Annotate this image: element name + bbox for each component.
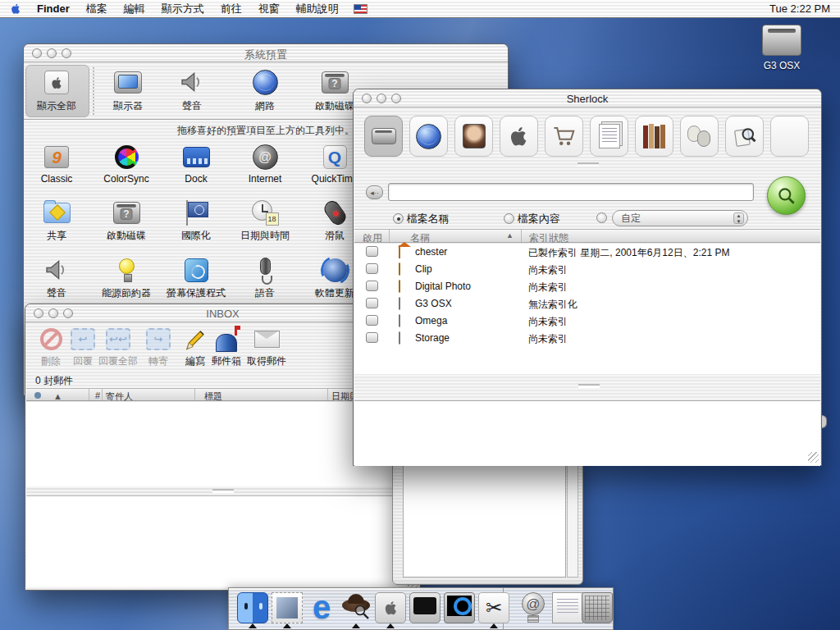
radio-selected-icon — [393, 213, 404, 224]
custom-select[interactable]: 自定▲▼ — [612, 210, 748, 226]
dock-sherlock-icon[interactable] — [340, 592, 372, 623]
dock-trash-icon[interactable] — [582, 592, 613, 623]
dock-grab-icon[interactable]: ✂ — [478, 592, 509, 623]
pref-date-time[interactable]: 18 日期與時間 — [231, 197, 299, 243]
dock-displays-icon[interactable] — [409, 592, 441, 623]
volume-row[interactable]: Digital Photo 尚未索引 — [354, 278, 820, 295]
keyboard-layout-flag-icon[interactable] — [354, 4, 368, 14]
number-column[interactable]: # — [95, 390, 100, 400]
pref-screen-saver[interactable]: 螢幕保護程式 — [162, 254, 231, 300]
dock-icon — [183, 147, 210, 167]
radio-custom[interactable] — [596, 212, 607, 224]
volume-row[interactable]: G3 OSX 無法索引化 — [354, 295, 820, 313]
channel-files[interactable] — [364, 116, 403, 157]
pref-classic[interactable]: 9 Classic — [22, 141, 91, 185]
menu-view[interactable]: 顯示方式 — [153, 0, 212, 18]
search-input[interactable] — [388, 183, 754, 201]
hard-disk-icon — [399, 331, 400, 345]
radio-file-names[interactable]: 檔案名稱 — [393, 212, 450, 226]
menu-help[interactable]: 輔助說明 — [288, 0, 347, 18]
sherlock-titlebar[interactable]: Sherlock — [354, 89, 821, 107]
enable-checkbox[interactable] — [366, 298, 378, 308]
pref-sharing[interactable]: 共享 — [22, 197, 91, 243]
channel-entertainment[interactable] — [680, 116, 719, 157]
dock-system-prefs-icon[interactable] — [375, 592, 406, 623]
menu-file[interactable]: 檔案 — [78, 0, 116, 18]
sender-column[interactable]: 寄件人 — [106, 390, 133, 403]
subject-column[interactable]: 標題 — [204, 390, 222, 403]
dock: e ✂ @ — [228, 587, 614, 630]
news-icon — [599, 124, 620, 148]
channel-reference[interactable] — [635, 116, 673, 157]
channels-drag-handle[interactable] — [578, 162, 599, 167]
channel-empty[interactable] — [770, 116, 809, 157]
toolbar-network[interactable]: 網路 — [231, 65, 299, 117]
channel-internet[interactable] — [409, 116, 448, 157]
volume-row[interactable]: Storage 尚未索引 — [354, 330, 820, 347]
show-all-icon — [44, 71, 69, 94]
desktop-disk-g3osx[interactable]: G3 OSX — [758, 25, 806, 71]
sysprefs-titlebar[interactable]: 系統預置 — [24, 44, 508, 62]
mail-status-text: 0 封郵件 — [35, 374, 73, 388]
channel-my-channel[interactable] — [725, 116, 764, 157]
date-time-icon: 18 — [252, 200, 279, 226]
status-column-icon[interactable] — [34, 392, 41, 399]
sound-icon — [179, 69, 205, 95]
search-go-button[interactable] — [767, 176, 806, 215]
pref-dock[interactable]: Dock — [162, 141, 231, 185]
enable-checkbox[interactable] — [366, 281, 378, 291]
menu-window[interactable]: 視窗 — [250, 0, 288, 18]
menu-clock[interactable]: Tue 2:22 PM — [769, 2, 840, 15]
channel-shopping[interactable] — [545, 116, 583, 157]
hard-disk-icon — [399, 297, 400, 310]
radio-contents[interactable]: 檔案內容 — [504, 212, 560, 226]
removable-disk-icon — [399, 280, 400, 293]
international-flag-icon — [184, 200, 209, 226]
software-update-icon — [323, 258, 347, 282]
enable-checkbox[interactable] — [366, 332, 378, 343]
resize-handle[interactable] — [808, 452, 819, 463]
quicktime-icon: Q — [323, 145, 347, 169]
reply-all-icon: ↩↩ — [106, 328, 130, 350]
pref-sound[interactable]: 聲音 — [22, 254, 91, 300]
dock-mail-dockling-icon[interactable]: @ — [518, 592, 549, 623]
pref-energy-saver[interactable]: 能源節約器 — [92, 254, 161, 300]
toolbar-sound[interactable]: 聲音 — [158, 65, 226, 117]
energy-saver-icon — [119, 258, 135, 274]
enable-checkbox[interactable] — [366, 246, 378, 257]
menu-go[interactable]: 前往 — [212, 0, 250, 18]
channel-apple[interactable] — [500, 116, 538, 157]
pref-speech[interactable]: 語音 — [231, 254, 299, 300]
dock-document-icon[interactable] — [552, 592, 583, 623]
menu-edit[interactable]: 編輯 — [116, 0, 153, 18]
menu-finder[interactable]: Finder — [29, 0, 78, 18]
enable-checkbox[interactable] — [366, 263, 378, 274]
mouse-icon — [321, 198, 348, 227]
channel-news[interactable] — [590, 116, 628, 157]
channel-people[interactable] — [454, 116, 493, 157]
internet-icon: @ — [253, 144, 278, 170]
mail-splitter[interactable] — [26, 486, 419, 496]
masks-icon — [687, 124, 712, 148]
pref-startup-disk[interactable]: ? 啟動磁碟 — [92, 197, 161, 243]
flag-column-icon[interactable]: ▲ — [53, 391, 62, 401]
background-window-scrollbar[interactable] — [567, 457, 578, 578]
volume-row[interactable]: Omega 尚未索引 — [354, 313, 820, 330]
toolbar-show-all[interactable]: 顯示全部 — [22, 65, 91, 117]
mail-get-mail-button[interactable]: 取得郵件 — [237, 324, 296, 368]
pref-colorsync[interactable]: ColorSync — [92, 141, 161, 185]
pref-international[interactable]: 國際化 — [162, 197, 231, 243]
pref-internet[interactable]: @ Internet — [231, 141, 299, 185]
dock-internet-explorer-icon[interactable]: e — [306, 592, 337, 623]
dock-quicktime-icon[interactable] — [444, 592, 475, 623]
colorsync-icon — [115, 145, 139, 169]
pane-drag-handle[interactable] — [578, 384, 600, 388]
volume-row[interactable]: Clip 尚未索引 — [354, 261, 820, 278]
toolbar-displays[interactable]: 顯示器 — [94, 65, 162, 117]
enable-checkbox[interactable] — [366, 315, 378, 326]
search-back-button[interactable]: ◂·· — [366, 185, 383, 199]
volume-row[interactable]: chester 已製作索引 星期二, 2001年6月12日、2:21 PM — [354, 244, 820, 261]
dock-mail-icon[interactable] — [272, 592, 303, 623]
apple-menu-icon[interactable] — [10, 2, 22, 16]
dock-finder-icon[interactable] — [237, 592, 268, 623]
